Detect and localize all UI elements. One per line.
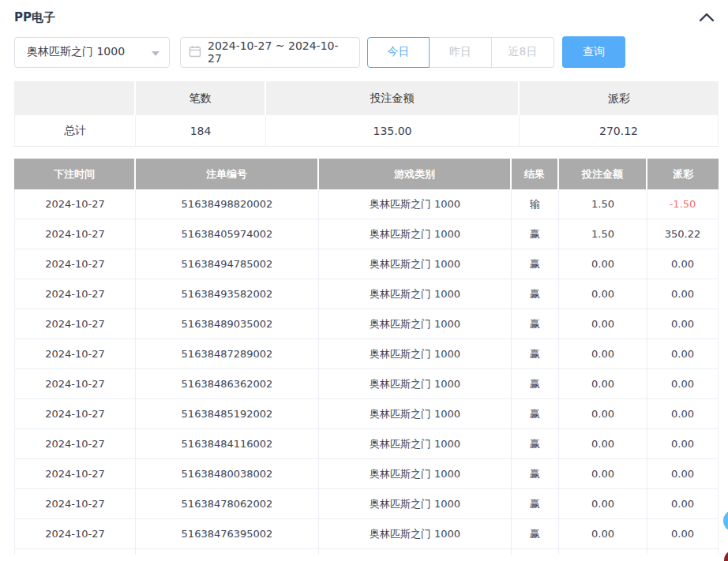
quick-range-last8days[interactable]: 近8日 [492, 37, 554, 68]
cell-payout: 0.00 [647, 279, 719, 309]
cell-game-type: 奥林匹斯之门 1000 [319, 189, 512, 219]
cell-result: 赢 [512, 309, 559, 339]
cell-payout: 0.00 [647, 369, 719, 399]
table-row [14, 549, 719, 555]
cell-payout: 0.00 [647, 309, 719, 339]
summary-header-payout: 派彩 [520, 81, 719, 115]
cell-bet-amount: 0.00 [559, 459, 647, 489]
quick-range-yesterday[interactable]: 昨日 [430, 37, 492, 68]
table-row: 2024-10-27 51638487289002 奥林匹斯之门 1000 赢 … [14, 339, 719, 369]
table-row: 2024-10-27 51638493582002 奥林匹斯之门 1000 赢 … [14, 279, 719, 309]
date-range-picker[interactable]: 2024-10-27 ~ 2024-10-27 [180, 37, 360, 68]
cell-game-type: 奥林匹斯之门 1000 [319, 489, 512, 519]
summary-total-payout: 270.12 [520, 115, 719, 147]
cell-payout: 0.00 [647, 249, 719, 279]
cell-bet-time: 2024-10-27 [14, 279, 136, 309]
cell-payout: 0.00 [647, 339, 719, 369]
game-select-value: 奥林匹斯之门 1000 [27, 45, 125, 59]
cell-bet-time: 2024-10-27 [14, 399, 136, 429]
cell-result: 输 [512, 189, 559, 219]
table-row: 2024-10-27 51638494785002 奥林匹斯之门 1000 赢 … [14, 249, 719, 279]
summary-total-label: 总计 [14, 115, 136, 147]
cell-bet-amount: 0.00 [559, 279, 647, 309]
cell-bet-amount: 0.00 [559, 399, 647, 429]
cell-bet-amount [559, 549, 647, 555]
cell-bet-time: 2024-10-27 [14, 189, 136, 219]
cell-bet-amount: 0.00 [559, 249, 647, 279]
cell-game-type: 奥林匹斯之门 1000 [319, 309, 512, 339]
cell-order-no [136, 549, 319, 555]
table-row: 2024-10-27 51638478062002 奥林匹斯之门 1000 赢 … [14, 489, 719, 519]
cell-result: 赢 [512, 369, 559, 399]
floating-promo-button[interactable] [724, 550, 728, 561]
floating-chat-button[interactable] [723, 510, 728, 532]
detail-table: 下注时间 注单编号 游戏类别 结果 投注金额 派彩 2024-10-27 516… [14, 159, 719, 555]
summary-total-count: 184 [136, 115, 266, 147]
detail-table-body: 2024-10-27 51638498820002 奥林匹斯之门 1000 输 … [14, 189, 719, 555]
calendar-icon [189, 45, 201, 60]
cell-order-no: 51638480038002 [136, 459, 319, 489]
detail-header-bet-amount: 投注金额 [559, 159, 647, 189]
cell-result: 赢 [512, 489, 559, 519]
cell-game-type [319, 549, 512, 555]
cell-payout: 0.00 [647, 519, 719, 549]
cell-game-type: 奥林匹斯之门 1000 [319, 519, 512, 549]
cell-payout: 0.00 [647, 459, 719, 489]
cell-bet-time: 2024-10-27 [14, 309, 136, 339]
cell-bet-amount: 0.00 [559, 429, 647, 459]
cell-bet-amount: 0.00 [559, 339, 647, 369]
cell-bet-amount: 0.00 [559, 369, 647, 399]
cell-game-type: 奥林匹斯之门 1000 [319, 249, 512, 279]
chevron-down-icon [152, 51, 159, 56]
cell-payout: 0.00 [647, 429, 719, 459]
detail-header-result: 结果 [512, 159, 559, 189]
chevron-up-icon [699, 10, 715, 25]
panel-header: PP电子 [0, 0, 728, 25]
summary-header-bet-amount: 投注金额 [266, 81, 520, 115]
cell-payout: 350.22 [647, 219, 719, 249]
detail-header-payout: 派彩 [647, 159, 719, 189]
cell-bet-time: 2024-10-27 [14, 249, 136, 279]
cell-result: 赢 [512, 399, 559, 429]
cell-bet-time: 2024-10-27 [14, 429, 136, 459]
summary-header-empty [14, 81, 136, 115]
cell-order-no: 51638498820002 [136, 189, 319, 219]
cell-result: 赢 [512, 339, 559, 369]
cell-result: 赢 [512, 219, 559, 249]
cell-result: 赢 [512, 279, 559, 309]
cell-result [512, 549, 559, 555]
summary-header-row: 笔数 投注金额 派彩 [14, 81, 719, 115]
cell-bet-time [14, 549, 136, 555]
game-select[interactable]: 奥林匹斯之门 1000 [14, 37, 170, 68]
cell-order-no: 51638486362002 [136, 369, 319, 399]
cell-game-type: 奥林匹斯之门 1000 [319, 429, 512, 459]
filter-bar: 奥林匹斯之门 1000 2024-10-27 ~ 2024-10-27 今日 昨… [14, 36, 728, 68]
cell-bet-amount: 0.00 [559, 489, 647, 519]
table-row: 2024-10-27 51638484116002 奥林匹斯之门 1000 赢 … [14, 429, 719, 459]
cell-bet-time: 2024-10-27 [14, 519, 136, 549]
detail-header-game-type: 游戏类别 [319, 159, 512, 189]
date-range-value: 2024-10-27 ~ 2024-10-27 [208, 39, 351, 65]
collapse-button[interactable] [699, 10, 715, 25]
cell-bet-time: 2024-10-27 [14, 369, 136, 399]
cell-order-no: 51638493582002 [136, 279, 319, 309]
cell-order-no: 51638476395002 [136, 519, 319, 549]
table-row: 2024-10-27 51638476395002 奥林匹斯之门 1000 赢 … [14, 519, 719, 549]
summary-header-count: 笔数 [136, 81, 266, 115]
table-row: 2024-10-27 51638480038002 奥林匹斯之门 1000 赢 … [14, 459, 719, 489]
quick-range-today[interactable]: 今日 [367, 37, 430, 68]
cell-bet-time: 2024-10-27 [14, 339, 136, 369]
cell-result: 赢 [512, 429, 559, 459]
cell-result: 赢 [512, 519, 559, 549]
cell-order-no: 51638484116002 [136, 429, 319, 459]
cell-bet-time: 2024-10-27 [14, 459, 136, 489]
table-row: 2024-10-27 51638489035002 奥林匹斯之门 1000 赢 … [14, 309, 719, 339]
cell-result: 赢 [512, 459, 559, 489]
cell-order-no: 51638405974002 [136, 219, 319, 249]
cell-payout [647, 549, 719, 555]
cell-game-type: 奥林匹斯之门 1000 [319, 459, 512, 489]
cell-game-type: 奥林匹斯之门 1000 [319, 369, 512, 399]
search-button[interactable]: 查询 [562, 36, 625, 68]
panel-title: PP电子 [14, 10, 55, 25]
table-row: 2024-10-27 51638485192002 奥林匹斯之门 1000 赢 … [14, 399, 719, 429]
